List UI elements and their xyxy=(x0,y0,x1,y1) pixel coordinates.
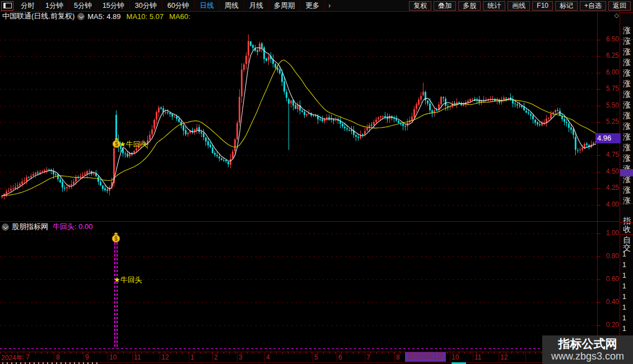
strip-divider xyxy=(620,39,633,40)
time-axis-label: 1 xyxy=(190,353,194,361)
time-axis-label: 9 xyxy=(85,353,89,361)
toolbar-button-6[interactable]: 标记 xyxy=(555,1,578,11)
clipped-list-number: 1 xyxy=(622,250,626,258)
period-tab-9[interactable]: 多周期 xyxy=(269,1,301,11)
time-axis-separator xyxy=(54,352,54,362)
symbol-title: 中国联通(日线.前复权) xyxy=(2,11,75,21)
time-axis-label: 11 xyxy=(134,353,141,361)
clipped-list-number: 1 xyxy=(622,314,626,322)
bull-signal-label-indicator: ★牛回头 xyxy=(114,275,142,285)
time-axis-separator xyxy=(394,352,395,362)
time-axis-separator xyxy=(525,352,526,362)
period-tab-10[interactable]: 更多 xyxy=(300,1,325,11)
time-axis-label: 10 xyxy=(109,353,117,361)
period-tab-7[interactable]: 周线 xyxy=(220,1,244,11)
clipped-list-row: 涨 xyxy=(623,90,633,100)
price-axis-label: 6.50 xyxy=(598,35,619,43)
clipped-list-row: 收 xyxy=(623,225,633,235)
clipped-list-row: 涨 xyxy=(623,185,633,195)
period-tab-3[interactable]: 15分钟 xyxy=(97,1,130,11)
indicator-axis-label: 0.20 xyxy=(598,321,619,329)
indicator-gridline xyxy=(0,234,597,234)
time-axis-label: 8 xyxy=(396,353,400,361)
price-axis: 6.506.256.005.755.505.254.754.504.254.00… xyxy=(597,11,620,362)
svg-text:$: $ xyxy=(115,141,118,147)
price-axis-label: 5.50 xyxy=(598,101,619,109)
time-axis-label: 12 xyxy=(500,353,508,361)
price-axis-label: 4.75 xyxy=(598,151,619,158)
current-price-badge: 4.96 xyxy=(595,133,621,143)
price-axis-label: 5.25 xyxy=(598,118,619,125)
clipped-list-row: 涨 xyxy=(623,153,633,164)
watermark-title: 指标公式网 xyxy=(558,337,617,351)
clipped-list-row: 涨 xyxy=(623,143,633,153)
price-axis-label: 4.00 xyxy=(598,200,619,208)
clipped-list-row: 涨 xyxy=(623,196,633,206)
time-axis-label: 6 xyxy=(338,353,342,361)
clipped-list-row: 涨 xyxy=(623,68,633,78)
toolbar-button-8[interactable]: 返回 xyxy=(608,1,631,11)
indicator-axis-label: 0.60 xyxy=(598,275,619,283)
chevron-down-circle-icon[interactable] xyxy=(77,13,85,20)
indicator-gridline xyxy=(0,302,597,303)
time-axis-label: 12 xyxy=(161,353,169,361)
time-axis-label: 7 xyxy=(366,353,370,361)
time-axis-label: 3 xyxy=(239,353,243,361)
bull-signal-label-main: ★牛回头 xyxy=(119,139,148,150)
toolbar-button-5[interactable]: F10 xyxy=(532,1,553,11)
toolbar-button-4[interactable]: 画线 xyxy=(508,1,530,11)
clipped-list-number: 1 xyxy=(622,261,626,269)
indicator-zero-line xyxy=(0,348,597,349)
clipped-list-row: 涨 xyxy=(623,58,633,68)
clipped-list-number: 1 xyxy=(622,325,626,333)
period-tab-0[interactable]: 分时 xyxy=(16,1,40,11)
signal-dashed-line xyxy=(114,242,115,348)
period-tabs: 分时1分钟5分钟15分钟30分钟60分钟日线周线月线多周期更多 xyxy=(16,1,325,11)
time-axis-separator xyxy=(108,352,108,362)
period-tab-8[interactable]: 月线 xyxy=(244,1,269,11)
more-arrow-icon[interactable]: › xyxy=(325,2,334,10)
trading-app-window: 分时1分钟5分钟15分钟30分钟60分钟日线周线月线多周期更多 › 复权叠加多股… xyxy=(0,0,633,364)
toolbar-button-7[interactable]: +自选 xyxy=(580,1,606,11)
window-layout-icon[interactable] xyxy=(1,1,13,11)
time-axis-separator xyxy=(237,352,238,362)
toolbar-button-3[interactable]: 统计 xyxy=(483,1,505,11)
time-axis-label: 10 xyxy=(452,353,459,361)
price-axis-label: 6.00 xyxy=(598,68,619,76)
indicator-gridline xyxy=(0,279,597,280)
toolbar-button-1[interactable]: 叠加 xyxy=(434,1,456,11)
price-axis-label: 4.50 xyxy=(598,167,619,175)
period-tab-6[interactable]: 日线 xyxy=(195,1,220,11)
clipped-list-number: 1 xyxy=(622,293,626,301)
clipped-list-row: 涨 xyxy=(623,47,633,57)
watermark-url: www.zbgs3.com xyxy=(551,351,624,362)
time-axis-separator xyxy=(160,352,160,362)
toolbar-button-0[interactable]: 复权 xyxy=(409,1,431,11)
time-axis-separator xyxy=(365,352,365,362)
period-toolbar: 分时1分钟5分钟15分钟30分钟60分钟日线周线月线多周期更多 › 复权叠加多股… xyxy=(0,0,633,12)
time-axis-separator xyxy=(264,352,265,362)
period-tab-4[interactable]: 30分钟 xyxy=(130,1,162,11)
clipped-list-row: 涨 xyxy=(623,36,633,46)
clipped-list-row: 涨 xyxy=(623,111,633,121)
strip-divider xyxy=(620,203,633,204)
candlestick-chart xyxy=(0,21,597,221)
period-tab-5[interactable]: 60分钟 xyxy=(162,1,195,11)
time-axis-label: 5 xyxy=(314,353,318,361)
period-tab-2[interactable]: 5分钟 xyxy=(69,1,97,11)
toolbar-button-2[interactable]: 多股 xyxy=(458,1,481,11)
period-tab-1[interactable]: 1分钟 xyxy=(40,1,69,11)
time-axis-label: 2024年 xyxy=(1,353,23,363)
time-axis-separator xyxy=(473,352,473,362)
highlighted-date-badge: 2025/08/12/二 xyxy=(405,352,446,362)
time-axis-separator xyxy=(189,352,189,362)
time-axis-separator xyxy=(83,352,84,362)
indicator-pane xyxy=(0,222,597,351)
time-axis-separator xyxy=(132,352,133,362)
strip-selected-row xyxy=(620,169,633,176)
clipped-list-number: 1 xyxy=(622,282,626,290)
clipped-side-panel: 涨涨涨涨涨涨涨涨涨涨涨涨涨涨涨涨涨指收自交1111111111 xyxy=(620,11,633,364)
time-axis-label: 7 xyxy=(26,353,30,361)
time-axis-separator xyxy=(499,352,499,362)
indicator-axis-label: 0.80 xyxy=(598,252,619,260)
